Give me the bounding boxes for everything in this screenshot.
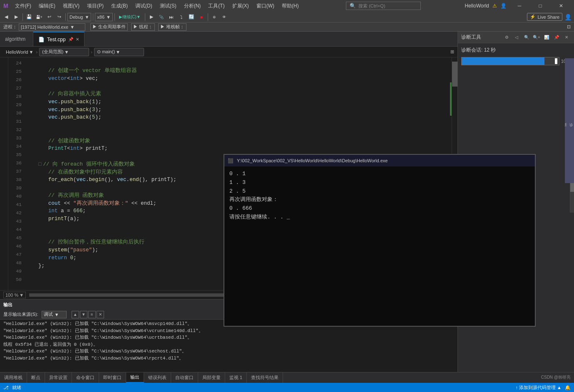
btab-immediate[interactable]: 即时窗口 (99, 372, 126, 383)
menu-extensions[interactable]: 扩展(X) (229, 2, 252, 10)
user-settings-button[interactable]: 👤 (563, 12, 572, 22)
diag-settings-btn[interactable]: ⚙ (502, 33, 511, 42)
breadcrumb-sep2: › (91, 50, 92, 55)
btab-autowindow[interactable]: 自动窗口 (171, 372, 198, 383)
bottom-tab-bar: 调用堆栈 断点 异常设置 命令窗口 即时窗口 输出 错误列表 自动窗口 局部变量… (0, 372, 574, 383)
menu-tools[interactable]: 工具(T) (205, 2, 228, 10)
breadcrumb-scope[interactable]: (全局范围) ▼ (39, 48, 89, 56)
expand-icon[interactable]: ⊡ (567, 24, 571, 30)
menu-debug[interactable]: 调试(D) (132, 2, 156, 10)
redo-button[interactable]: ↪ (55, 12, 64, 22)
scroll-thumb[interactable] (452, 62, 457, 87)
step-into-button[interactable]: ⤵ (177, 12, 186, 22)
breakpoint-button[interactable]: ⊕ (210, 12, 219, 22)
notification-bell[interactable]: 🔔 (565, 385, 571, 390)
tab-test-cpp[interactable]: 📄 Test.cpp 📌 ✕ (33, 32, 84, 46)
output-content[interactable]: "HelloWorld.exe" (Win32): 已加载 "C:\Window… (0, 320, 457, 372)
menu-edit[interactable]: 编辑(E) (35, 2, 59, 10)
expand-diag-icon[interactable]: ⊞ (450, 49, 454, 55)
output-clear-btn[interactable]: ✕ (97, 311, 104, 318)
diag-pin-btn[interactable]: 📌 (552, 33, 561, 42)
collapse-37[interactable]: □ (38, 161, 42, 167)
btab-breakpoints[interactable]: 断点 (27, 372, 45, 383)
diag-session-label: 诊断会话: 12 秒 (461, 47, 571, 54)
step-over-button[interactable]: ⏭ (167, 12, 176, 22)
output-line-5: "HelloWorld.exe" (Win32): 已加载 "C:\Window… (3, 348, 454, 355)
output-title: 输出 (3, 302, 12, 308)
stop-button[interactable]: ■ (197, 12, 206, 22)
menu-view[interactable]: 视图(V) (60, 2, 83, 10)
btab-watch1[interactable]: 监视 1 (225, 372, 247, 383)
separator5 (145, 13, 145, 21)
console-line-4: 再次调用函数对象： (229, 196, 530, 204)
titlebar: M 文件(F) 编辑(E) 视图(V) 项目(P) 生成(B) 调试(D) 测试… (0, 0, 574, 12)
watch-button[interactable]: 👁 (220, 12, 229, 22)
output-down-btn[interactable]: ▼ (80, 311, 87, 318)
menu-window[interactable]: 窗口(W) (253, 2, 278, 10)
output-line-6: "HelloWorld.exe" (Win32): 已加载 "C:\Window… (3, 355, 454, 362)
diag-search-btn[interactable]: 🔍 (522, 33, 531, 42)
process-dropdown[interactable]: [19712] HelloWorld.exe ▼ (19, 23, 85, 31)
btab-exceptions[interactable]: 异常设置 (45, 372, 72, 383)
tab-pin-icon[interactable]: 📌 (68, 37, 73, 42)
status-add-source[interactable]: ↑ 添加到源代码管理 ▲ (516, 385, 562, 391)
diag-close-btn[interactable]: ✕ (562, 33, 571, 42)
status-git-icon[interactable]: ⎇ (3, 385, 9, 390)
diag-chart-btn[interactable]: 📊 (542, 33, 551, 42)
lifecycle-dropdown[interactable]: ▶ 生命周期事件 (90, 23, 128, 31)
btab-cmdwindow[interactable]: 命令窗口 (72, 372, 99, 383)
timeline-fill (462, 57, 544, 65)
back-button[interactable]: ◀ (2, 12, 11, 22)
code-line-25: // 创建一个 vector 单端数组容器 (28, 67, 450, 75)
stack-dropdown[interactable]: ▶ 堆栈帧： (158, 23, 186, 31)
continue-button[interactable]: ▶ 继续(C) ▼ (117, 12, 143, 22)
vs-logo: M (3, 2, 8, 9)
btab-locals[interactable]: 局部变量 (198, 372, 225, 383)
platform-dropdown[interactable]: x86 ▼ (95, 13, 113, 21)
tab-algorithm[interactable]: algorithm (0, 32, 33, 46)
restart-button[interactable]: 🔄 (187, 12, 196, 22)
search-icon: 🔍 (350, 3, 356, 9)
zoom-dropdown[interactable]: 100 % ▼ (3, 292, 26, 298)
output-filter-btn[interactable]: ≡ (88, 311, 96, 318)
live-share-button[interactable]: ⚡ Live Share (527, 13, 562, 21)
menu-build[interactable]: 生成(B) (108, 2, 131, 10)
attach-button[interactable]: 📎 (157, 12, 166, 22)
search-input[interactable]: 搜索 (Ctrl+Q) (358, 3, 385, 9)
save-button[interactable]: 💾 (25, 12, 34, 22)
close-button[interactable]: ✕ (552, 0, 571, 12)
account-icon[interactable]: 👤 (500, 3, 507, 9)
menu-file[interactable]: 文件(F) (12, 2, 35, 10)
start-debug-button[interactable]: ▶ (147, 12, 156, 22)
code-line-32 (28, 122, 450, 129)
btab-findsymbol[interactable]: 查找符号结果 (247, 372, 283, 383)
menu-test[interactable]: 测试(S) (157, 2, 180, 10)
thread-dropdown[interactable]: ▶ 线程： (131, 23, 155, 31)
code-line-24 (28, 59, 450, 67)
tab-close-icon[interactable]: ✕ (76, 37, 79, 42)
breadcrumb-function[interactable]: ⊙ main() ▼ (94, 48, 144, 56)
output-up-btn[interactable]: ▲ (72, 311, 79, 318)
line-numbers: 24 25 26 27 28 29 30 31 32 33 34 35 36 3… (8, 57, 23, 290)
alert-icon: ⚠ (492, 3, 497, 9)
btab-errorlist[interactable]: 错误列表 (144, 372, 171, 383)
minimize-button[interactable]: ─ (510, 0, 529, 12)
forward-button[interactable]: ▶ (12, 12, 21, 22)
diag-zoom-btn[interactable]: 🔍+ (532, 33, 541, 42)
undo-button[interactable]: ↩ (45, 12, 54, 22)
menu-project[interactable]: 项目(P) (84, 2, 107, 10)
save-all-button[interactable]: 💾+ (35, 12, 44, 22)
code-line-35: PrintT<int> printT; (28, 145, 450, 153)
menu-help[interactable]: 帮助(H) (278, 2, 302, 10)
menu-analyze[interactable]: 分析(N) (181, 2, 204, 10)
source-dropdown[interactable]: 调试 ▼ (42, 311, 67, 318)
separator4 (114, 13, 115, 21)
btab-output[interactable]: 输出 (126, 372, 144, 383)
console-line-2: 1 . 3 (229, 179, 530, 187)
diag-navback-btn[interactable]: ◁ (512, 33, 521, 42)
breadcrumb-project[interactable]: HelloWorld ▼ (3, 49, 36, 55)
btab-callstack[interactable]: 调用堆栈 (0, 372, 27, 383)
diag-scroll[interactable] (570, 179, 574, 213)
maximize-button[interactable]: □ (531, 0, 550, 12)
debug-config-dropdown[interactable]: Debug ▼ (67, 13, 91, 21)
